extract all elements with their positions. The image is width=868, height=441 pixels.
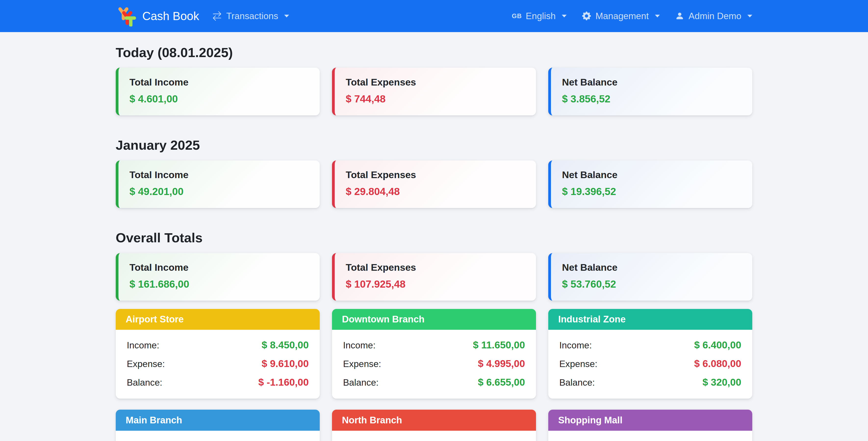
row-label: Balance: (343, 377, 379, 388)
branch-card-airport-store: Airport Store Income: $ 8.450,00 Expense… (116, 309, 320, 399)
nav-item-user[interactable]: Admin Demo (675, 11, 752, 21)
branch-name: Industrial Zone (558, 314, 625, 325)
section-overall: Overall Totals Total Income $ 161.686,00… (116, 230, 752, 441)
chevron-down-icon (284, 15, 289, 18)
nav-item-transactions[interactable]: Transactions (212, 11, 289, 21)
branch-row-income: Income: $ 3.550,50 (127, 440, 309, 441)
card-value: $ 49.201,00 (129, 186, 309, 198)
row-value: $ 9.610,00 (261, 358, 309, 369)
row-label: Expense: (559, 359, 597, 369)
branch-row-balance: Balance: $ -1.160,00 (127, 377, 309, 388)
nav-item-language[interactable]: GB English (512, 11, 567, 21)
chevron-down-icon (562, 15, 567, 18)
row-label: Balance: (127, 377, 162, 388)
row-value: $ 11.650,00 (473, 339, 525, 351)
card-value: $ 161.686,00 (129, 278, 309, 290)
nav-transactions-label: Transactions (226, 11, 278, 21)
branch-name: Shopping Mall (558, 415, 622, 426)
flag-gb-label: GB (512, 12, 522, 20)
row-label: Income: (127, 340, 159, 350)
summary-card-overall-expenses: Total Expenses $ 107.925,48 (332, 253, 536, 301)
chevron-down-icon (655, 15, 660, 18)
main-content: Today (08.01.2025) Total Income $ 4.601,… (116, 45, 752, 441)
branch-card-header: Industrial Zone (548, 309, 752, 330)
branch-card-header: Airport Store (116, 309, 320, 330)
card-title: Total Expenses (346, 262, 525, 273)
section-month: January 2025 Total Income $ 49.201,00 To… (116, 137, 752, 208)
branch-card-main-branch: Main Branch Income: $ 3.550,50 (116, 410, 320, 441)
row-value: $ 6.080,00 (694, 358, 741, 369)
row-value: $ 8.450,00 (261, 339, 309, 351)
gear-icon (582, 11, 591, 20)
summary-card-overall-net: Net Balance $ 53.760,52 (548, 253, 752, 301)
row-label: Income: (343, 340, 376, 350)
branch-card-header: North Branch (332, 410, 536, 431)
nav-item-management[interactable]: Management (582, 11, 659, 21)
branch-row-balance: Balance: $ 320,00 (559, 377, 741, 388)
branch-card-header: Main Branch (116, 410, 320, 431)
card-value: $ 744,48 (346, 93, 525, 105)
card-title: Net Balance (562, 77, 741, 88)
row-value: $ 4.995,00 (478, 358, 525, 369)
summary-card-month-net: Net Balance $ 19.396,52 (548, 161, 752, 208)
summary-card-month-income: Total Income $ 49.201,00 (116, 161, 320, 208)
row-label: Expense: (127, 359, 165, 369)
branch-card-industrial-zone: Industrial Zone Income: $ 6.400,00 Expen… (548, 309, 752, 399)
page: Cash Book Transactions GB English (0, 0, 868, 441)
branch-name: Airport Store (126, 314, 184, 325)
section-title-overall: Overall Totals (116, 230, 752, 245)
card-value: $ 107.925,48 (346, 278, 525, 290)
nav-user-label: Admin Demo (688, 11, 741, 21)
summary-card-month-expenses: Total Expenses $ 29.804,48 (332, 161, 536, 208)
summary-card-today-income: Total Income $ 4.601,00 (116, 68, 320, 115)
branch-name: Downtown Branch (342, 314, 425, 325)
card-value: $ 3.856,52 (562, 93, 741, 105)
card-value: $ 29.804,48 (346, 186, 525, 198)
card-title: Total Expenses (346, 77, 525, 88)
row-label: Income: (559, 340, 592, 350)
branch-name: Main Branch (126, 415, 182, 426)
row-value: $ 320,00 (703, 377, 741, 388)
cashbook-logo-icon (116, 6, 137, 27)
card-title: Total Income (129, 169, 309, 180)
card-value: $ 19.396,52 (562, 186, 741, 198)
nav-language-label: English (526, 11, 556, 21)
summary-card-today-net: Net Balance $ 3.856,52 (548, 68, 752, 115)
brand-title: Cash Book (142, 9, 199, 23)
card-value: $ 4.601,00 (129, 93, 309, 105)
card-title: Total Expenses (346, 169, 525, 180)
exchange-arrows-icon (212, 11, 222, 21)
person-icon (675, 11, 684, 20)
branch-card-downtown-branch: Downtown Branch Income: $ 11.650,00 Expe… (332, 309, 536, 399)
summary-card-today-expenses: Total Expenses $ 744,48 (332, 68, 536, 115)
row-value: $ 3.550,50 (261, 440, 309, 441)
row-label: Expense: (343, 359, 381, 369)
branch-grid: Airport Store Income: $ 8.450,00 Expense… (116, 309, 752, 441)
branch-row-income: Income: $ 8.975,00 (559, 440, 741, 441)
card-title: Net Balance (562, 262, 741, 273)
branch-card-header: Shopping Mall (548, 410, 752, 431)
navbar-right-group: GB English Management Admin Demo (512, 11, 752, 21)
summary-card-overall-income: Total Income $ 161.686,00 (116, 253, 320, 301)
card-title: Net Balance (562, 169, 741, 180)
branch-row-balance: Balance: $ 6.655,00 (343, 377, 525, 388)
branch-row-income: Income: $ 6.400,00 (559, 339, 741, 351)
top-navbar: Cash Book Transactions GB English (0, 0, 868, 32)
branch-row-expense: Expense: $ 9.610,00 (127, 358, 309, 369)
branch-name: North Branch (342, 415, 402, 426)
row-value: $ 8.975,00 (694, 440, 741, 441)
branch-row-expense: Expense: $ 4.995,00 (343, 358, 525, 369)
branch-row-income: Income: $ 10.175,50 (343, 440, 525, 441)
brand-link[interactable]: Cash Book (116, 6, 199, 27)
section-today: Today (08.01.2025) Total Income $ 4.601,… (116, 45, 752, 115)
row-value: $ 10.175,50 (472, 440, 525, 441)
card-title: Total Income (129, 262, 309, 273)
row-label: Balance: (559, 377, 595, 388)
section-title-month: January 2025 (116, 137, 752, 152)
nav-management-label: Management (595, 11, 649, 21)
branch-row-income: Income: $ 11.650,00 (343, 339, 525, 351)
card-title: Total Income (129, 77, 309, 88)
branch-card-shopping-mall: Shopping Mall Income: $ 8.975,00 (548, 410, 752, 441)
row-value: $ 6.655,00 (478, 377, 525, 388)
section-title-today: Today (08.01.2025) (116, 45, 752, 60)
